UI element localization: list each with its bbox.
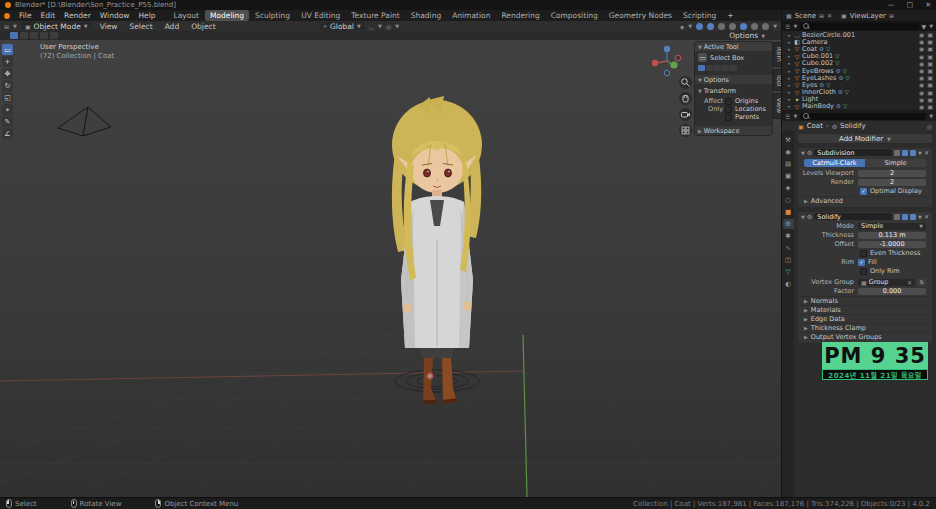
select-mode-new-icon[interactable] <box>10 32 18 39</box>
realtime-toggle-icon[interactable] <box>902 150 908 156</box>
outliner-row-cube002[interactable]: ▸▽ Cube.002 ▽ ◉▣ <box>782 60 936 67</box>
tool-select-box-icon[interactable]: ▭ <box>2 44 13 55</box>
hide-viewport-icon[interactable]: ◉ <box>919 60 924 67</box>
tab-output-icon[interactable]: ▤ <box>783 159 794 169</box>
factor-field[interactable]: 0.000 <box>858 288 926 295</box>
properties-editor-icon[interactable]: ☰ <box>785 113 790 120</box>
maximize-button[interactable]: □ <box>907 1 914 9</box>
proportional-dropdown-icon[interactable]: ▼ <box>395 23 399 29</box>
solidify-mode-dropdown[interactable]: Simple▼ <box>858 223 926 230</box>
new-viewlayer-icon[interactable]: ⊞ <box>889 12 894 19</box>
active-tool-row[interactable]: ▭ Select Box <box>695 51 772 64</box>
tab-modifiers-icon[interactable]: ⚙ <box>783 219 794 229</box>
outliner-row-innercloth[interactable]: ▸▽ InnerCloth ⚙▽ ◉▣ <box>782 89 936 96</box>
outliner-search-input[interactable] <box>800 23 918 30</box>
outliner-row-coat[interactable]: ▸▽ Coat ⚙▽ ◉▣ <box>782 45 936 52</box>
optimal-display-checkbox[interactable]: ✓Optimal Display <box>860 187 926 195</box>
hide-viewport-icon[interactable]: ◉ <box>919 89 924 96</box>
gizmo-toggle-icon[interactable] <box>696 23 703 30</box>
workspace-sculpting[interactable]: Sculpting <box>250 10 295 21</box>
extras-icon[interactable]: ▼ <box>918 214 922 220</box>
menu-select[interactable]: Select <box>125 22 156 31</box>
realtime-toggle-icon[interactable] <box>902 214 908 220</box>
select-mode-subtract-icon[interactable] <box>714 65 721 71</box>
subdivision-header[interactable]: ▼ ⚙ Subdivision ▼ ✕ <box>798 148 932 157</box>
disable-render-icon[interactable]: ▣ <box>927 31 933 38</box>
disable-render-icon[interactable]: ▣ <box>927 96 933 103</box>
tool-scale-icon[interactable]: ◱ <box>2 92 13 103</box>
hide-viewport-icon[interactable]: ◉ <box>919 96 924 103</box>
disable-render-icon[interactable]: ▣ <box>927 67 933 74</box>
outliner-row-eyes[interactable]: ▸▽ Eyes ⚙▽ ◉▣ <box>782 81 936 88</box>
viewport-canvas[interactable]: User Perspective (72) Collection | Coat … <box>0 40 781 497</box>
extras-icon[interactable]: ▼ <box>918 150 922 156</box>
tab-tool[interactable]: Tool <box>773 69 781 92</box>
close-icon[interactable]: ✕ <box>924 149 929 156</box>
affect-parents-checkbox[interactable]: Parents <box>725 113 766 121</box>
blender-menu-icon[interactable] <box>4 13 10 19</box>
select-mode-invert-icon[interactable] <box>40 32 48 39</box>
edit-mode-toggle-icon[interactable] <box>894 150 900 156</box>
tab-data-icon[interactable]: ▽ <box>783 267 794 277</box>
menu-edit[interactable]: Edit <box>37 11 60 20</box>
menu-render[interactable]: Render <box>60 11 95 20</box>
tool-move-icon[interactable]: ✥ <box>2 68 13 79</box>
chevron-down-icon[interactable]: ▼ <box>793 113 797 119</box>
vertex-group-field[interactable]: ▦ Group ✕ <box>858 279 915 286</box>
materials-section[interactable]: ▶Materials <box>798 305 932 314</box>
viewlayer-selector[interactable]: ViewLayer <box>850 12 886 20</box>
offset-field[interactable]: -1.0000 <box>858 241 926 248</box>
hide-viewport-icon[interactable]: ◉ <box>919 53 924 60</box>
invert-vertex-group-button[interactable]: ⇅ <box>917 279 926 286</box>
tab-object-icon[interactable]: ■ <box>783 207 794 217</box>
transform-subpanel-header[interactable]: ▼Transform <box>695 86 772 95</box>
workspace-uv-editing[interactable]: UV Editing <box>296 10 345 21</box>
thickness-field[interactable]: 0.113 m <box>858 232 926 239</box>
menu-object[interactable]: Object <box>187 22 219 31</box>
disable-render-icon[interactable]: ▣ <box>927 74 933 81</box>
advanced-section[interactable]: ▶Advanced <box>798 196 932 205</box>
pin-icon[interactable]: ◎ <box>927 123 932 130</box>
workspace-shading[interactable]: Shading <box>406 10 446 21</box>
mode-dropdown[interactable]: ▣ Object Mode ▼ <box>21 22 92 30</box>
affect-origins-checkbox[interactable]: Origins <box>725 97 766 105</box>
hide-viewport-icon[interactable]: ◉ <box>919 81 924 88</box>
even-thickness-checkbox[interactable]: Even Thickness <box>860 249 926 257</box>
outliner-row-light[interactable]: ▸✦ Light ◉▣ <box>782 96 936 103</box>
disable-render-icon[interactable]: ▣ <box>927 103 933 110</box>
workspace-geometry-nodes[interactable]: Geometry Nodes <box>604 10 677 21</box>
xray-toggle-icon[interactable] <box>718 23 725 30</box>
breadcrumb-object[interactable]: Coat <box>807 122 823 130</box>
tool-rotate-icon[interactable]: ↻ <box>2 80 13 91</box>
snap-magnet-icon[interactable]: ◡ <box>369 23 374 30</box>
tool-cursor-icon[interactable]: + <box>2 56 13 67</box>
tab-material-icon[interactable]: ◐ <box>783 279 794 289</box>
outliner-row-eyelashes[interactable]: ▸▽ EyeLashes ⚙▽ ◉▣ <box>782 74 936 81</box>
catmull-clark-button[interactable]: Catmull-Clark <box>804 159 865 167</box>
disable-render-icon[interactable]: ▣ <box>927 60 933 67</box>
disable-render-icon[interactable]: ▣ <box>927 38 933 45</box>
select-mode-intersect-icon[interactable] <box>730 65 737 71</box>
proportional-editing-icon[interactable]: ◎ <box>386 23 391 30</box>
tool-annotate-icon[interactable]: ✎ <box>2 116 13 127</box>
solidify-header[interactable]: ▼ ⚙ Solidify ▼ ✕ <box>798 212 932 221</box>
hide-viewport-icon[interactable]: ◉ <box>919 45 924 52</box>
workspace-compositing[interactable]: Compositing <box>546 10 603 21</box>
render-toggle-icon[interactable] <box>910 150 916 156</box>
active-tool-panel-header[interactable]: ▼Active Tool <box>695 42 772 51</box>
normals-section[interactable]: ▶Normals <box>798 296 932 305</box>
pan-hand-icon[interactable] <box>679 92 692 105</box>
tool-transform-icon[interactable]: ⌖ <box>2 104 13 115</box>
ortho-grid-icon[interactable] <box>679 124 692 137</box>
hide-viewport-icon[interactable]: ◉ <box>919 103 924 110</box>
only-rim-checkbox[interactable]: Only Rim <box>860 267 926 275</box>
output-vertex-groups-section[interactable]: ▶Output Vertex Groups <box>798 332 932 341</box>
hide-viewport-icon[interactable]: ◉ <box>919 74 924 81</box>
add-modifier-button[interactable]: Add Modifier▼ <box>797 133 933 144</box>
chevron-down-icon[interactable]: ▼ <box>793 23 797 29</box>
close-icon[interactable]: ✕ <box>924 213 929 220</box>
modifier-name-field[interactable]: Subdivision <box>814 149 892 156</box>
workspace-scripting[interactable]: Scripting <box>678 10 721 21</box>
edge-data-section[interactable]: ▶Edge Data <box>798 314 932 323</box>
tool-measure-icon[interactable]: ∠ <box>2 128 13 139</box>
